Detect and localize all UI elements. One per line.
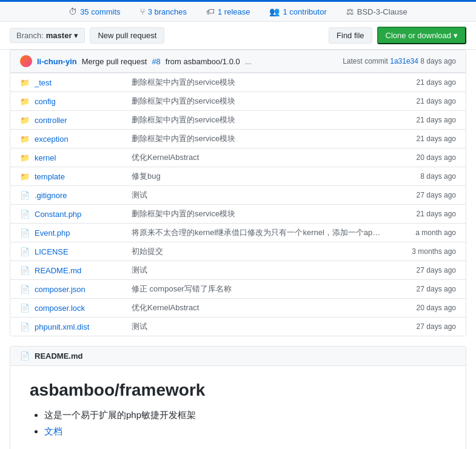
releases-icon: 🏷 (206, 7, 215, 16)
file-commit-message: 初始提交 (132, 246, 383, 257)
file-link[interactable]: exception (35, 135, 69, 144)
commit-bar-left: li-chun-yin Merge pull request #8 from a… (20, 55, 252, 67)
folder-icon: 📁 (20, 97, 31, 106)
table-row: 📄 README.md 测试 27 days ago (10, 261, 466, 279)
branch-selector[interactable]: Branch: master ▾ (10, 28, 85, 43)
table-row: 📁 controller 删除框架中内置的service模块 21 days a… (10, 110, 466, 129)
file-table: 📁 _test 删除框架中内置的service模块 21 days ago 📁 … (10, 73, 466, 336)
branches-icon: ⑂ (140, 7, 145, 16)
table-row: 📄 .gitignore 测试 27 days ago (10, 185, 466, 204)
file-icon: 📄 (20, 304, 31, 313)
file-time: 27 days ago (383, 322, 456, 331)
readme-list-item: 这是一个易于扩展的php敏捷开发框架 (44, 410, 446, 421)
commit-bar-right: Latest commit 1a31e34 8 days ago (343, 57, 456, 65)
license-icon: ⚖ (346, 7, 354, 16)
latest-commit-label: Latest commit (343, 57, 388, 65)
commit-message: Merge pull request (82, 57, 147, 66)
table-row: 📄 phpunit.xml.dist 测试 27 days ago (10, 317, 466, 336)
file-name: _test (35, 78, 132, 87)
file-link[interactable]: Constant.php (35, 210, 81, 219)
file-link[interactable]: LICENSE (35, 247, 69, 256)
file-link[interactable]: controller (35, 116, 67, 125)
file-time: 20 days ago (383, 153, 456, 162)
stat-branches[interactable]: ⑂ 3 branches (140, 7, 187, 16)
branch-label: Branch: (16, 31, 44, 40)
file-commit-message: 删除框架中内置的service模块 (132, 96, 383, 107)
find-file-button[interactable]: Find file (329, 27, 372, 44)
commit-dots: ... (245, 57, 252, 66)
file-link[interactable]: phpunit.xml.dist (35, 322, 89, 331)
readme-list-item: 文档 (44, 426, 446, 437)
file-name: Event.php (35, 228, 132, 238)
new-pull-request-button[interactable]: New pull request (90, 27, 164, 44)
branch-name: master (46, 31, 72, 40)
releases-count[interactable]: 1 release (218, 7, 250, 16)
file-link[interactable]: _test (35, 78, 52, 87)
file-link[interactable]: README.md (35, 266, 81, 275)
file-commit-message: 优化KernelAbstract (132, 302, 383, 313)
readme-section: 📄 README.md asbamboo/framework 这是一个易于扩展的… (10, 346, 466, 449)
file-link[interactable]: kernel (35, 153, 56, 162)
file-name: composer.lock (35, 304, 132, 313)
folder-icon: 📁 (20, 135, 31, 144)
file-link[interactable]: template (35, 172, 65, 181)
stat-contributors[interactable]: 👥 1 contributor (269, 7, 326, 16)
file-name: composer.json (35, 285, 132, 294)
folder-icon: 📁 (20, 153, 31, 162)
file-commit-message: 优化KernelAbstract (132, 152, 383, 163)
table-row: 📄 composer.json 修正 composer写错了库名称 27 day… (10, 279, 466, 298)
table-row: 📁 exception 删除框架中内置的service模块 21 days ag… (10, 129, 466, 148)
stat-commits[interactable]: ⏱ 35 commits (69, 7, 120, 16)
file-icon: 📄 (20, 247, 31, 256)
file-link[interactable]: config (35, 97, 56, 106)
commit-pr-link[interactable]: #8 (152, 57, 160, 66)
license-label: BSD-3-Clause (357, 7, 407, 16)
file-link[interactable]: composer.json (35, 285, 85, 294)
clone-download-label: Clone or download (386, 31, 451, 40)
commit-hash[interactable]: 1a31e34 (390, 57, 418, 65)
contributors-icon: 👥 (269, 7, 280, 16)
file-commit-message: 删除框架中内置的service模块 (132, 77, 383, 88)
table-row: 📁 _test 删除框架中内置的service模块 21 days ago (10, 73, 466, 91)
file-time: 27 days ago (383, 191, 456, 199)
file-icon: 📄 (20, 266, 31, 275)
file-time: 21 days ago (383, 78, 456, 87)
toolbar: Branch: master ▾ New pull request Find f… (0, 22, 476, 50)
file-name: config (35, 97, 132, 106)
file-time: 21 days ago (383, 116, 456, 124)
table-row: 📄 Event.php 将原来不太合理的kernel继承借口修改为只有一个ker… (10, 223, 466, 242)
readme-list: 这是一个易于扩展的php敏捷开发框架文档 (30, 410, 446, 437)
file-time: 27 days ago (383, 266, 456, 274)
stats-bar: ⏱ 35 commits ⑂ 3 branches 🏷 1 release 👥 … (0, 2, 476, 22)
readme-link[interactable]: 文档 (44, 426, 62, 436)
table-row: 📄 Constant.php 删除框架中内置的service模块 21 days… (10, 204, 466, 223)
readme-file-icon: 📄 (20, 351, 30, 361)
file-name: LICENSE (35, 247, 132, 256)
clone-dropdown-icon: ▾ (454, 31, 458, 40)
file-icon: 📄 (20, 285, 31, 294)
stat-releases[interactable]: 🏷 1 release (206, 7, 250, 16)
contributors-count[interactable]: 1 contributor (283, 7, 326, 16)
file-name: Constant.php (35, 210, 132, 219)
toolbar-left: Branch: master ▾ New pull request (10, 27, 164, 44)
file-commit-message: 删除框架中内置的service模块 (132, 133, 383, 144)
commits-icon: ⏱ (69, 7, 77, 16)
file-time: 21 days ago (383, 135, 456, 143)
file-time: 3 months ago (383, 247, 456, 256)
file-name: README.md (35, 266, 132, 275)
file-link[interactable]: Event.php (35, 228, 70, 238)
commit-author[interactable]: li-chun-yin (37, 57, 77, 66)
file-link[interactable]: composer.lock (35, 304, 85, 313)
file-icon: 📄 (20, 210, 31, 219)
readme-header-title: README.md (35, 351, 82, 361)
branch-dropdown-icon: ▾ (74, 31, 78, 40)
clone-or-download-button[interactable]: Clone or download ▾ (377, 27, 466, 44)
commit-bar: li-chun-yin Merge pull request #8 from a… (10, 50, 466, 73)
file-time: 20 days ago (383, 304, 456, 312)
file-commit-message: 修复bug (132, 171, 383, 182)
file-name: template (35, 172, 132, 181)
commits-count[interactable]: 35 commits (80, 7, 120, 16)
readme-header: 📄 README.md (10, 347, 466, 366)
file-link[interactable]: .gitignore (35, 191, 67, 200)
branches-count[interactable]: 3 branches (148, 7, 187, 16)
